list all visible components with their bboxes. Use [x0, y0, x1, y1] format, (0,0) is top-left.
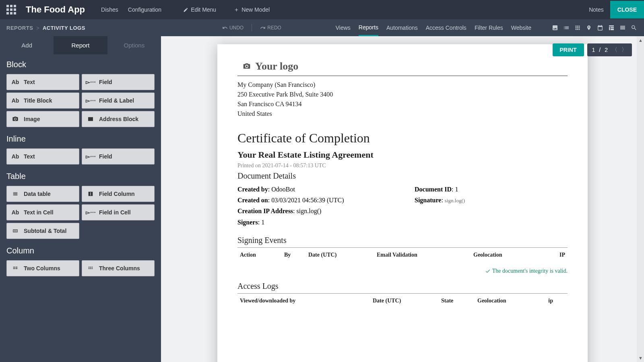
- notes-button[interactable]: Notes: [589, 6, 604, 13]
- nav-edit-menu[interactable]: Edit Menu: [183, 6, 216, 13]
- page-prev-icon[interactable]: 〈: [612, 46, 617, 53]
- view-list-icon[interactable]: [563, 24, 570, 31]
- column-three[interactable]: Three Columns: [82, 260, 155, 276]
- view-activity-icon[interactable]: [619, 24, 626, 31]
- page-next-icon[interactable]: 〉: [621, 46, 627, 53]
- view-calendar-icon[interactable]: [597, 24, 604, 31]
- search-icon[interactable]: [630, 24, 638, 31]
- section-inline-title: Inline: [6, 134, 155, 144]
- scroll-down-icon[interactable]: ▼: [638, 356, 643, 360]
- page-current: 1: [592, 47, 595, 53]
- table-field-column[interactable]: Field Column: [82, 186, 155, 202]
- table-field-cell[interactable]: ▻⋯Field in Cell: [82, 204, 155, 220]
- undo-button[interactable]: UNDO: [222, 25, 244, 31]
- section-column-title: Column: [6, 246, 155, 255]
- plus-icon: [234, 7, 239, 12]
- apps-grid-icon[interactable]: [6, 5, 16, 14]
- section-block-title: Block: [6, 60, 155, 69]
- close-button[interactable]: CLOSE: [610, 1, 644, 19]
- page-total: 2: [605, 47, 608, 53]
- breadcrumb-current: ACTIVITY LOGS: [43, 25, 85, 31]
- document-title: Certificate of Completion: [237, 131, 568, 146]
- table-text-cell[interactable]: AbText in Cell: [6, 204, 79, 220]
- top-navbar: The Food App Dishes Configuration Edit M…: [0, 0, 644, 19]
- scrollbar-track[interactable]: ▲ ▼: [637, 36, 644, 362]
- view-image-icon[interactable]: [551, 24, 559, 31]
- breadcrumb: REPORTS > ACTIVITY LOGS: [6, 25, 85, 31]
- block-address[interactable]: Address Block: [82, 111, 155, 127]
- nav-dishes[interactable]: Dishes: [101, 6, 118, 13]
- side-tab-add[interactable]: Add: [0, 36, 54, 54]
- company-address: My Company (San Francisco) 250 Executive…: [237, 80, 568, 119]
- side-tab-options[interactable]: Options: [107, 36, 161, 54]
- print-button[interactable]: PRINT: [553, 43, 584, 56]
- document-subtitle: Your Real Estate Listing Agreement: [237, 150, 568, 160]
- sub-navbar: REPORTS > ACTIVITY LOGS UNDO REDO Views …: [0, 19, 644, 36]
- logo-placeholder: Your logo: [237, 60, 568, 72]
- redo-button[interactable]: REDO: [260, 25, 281, 31]
- left-sidebar: Add Report Options Block AbText ▻⋯Field …: [0, 36, 161, 362]
- tab-filter-rules[interactable]: Filter Rules: [475, 20, 503, 35]
- tab-reports[interactable]: Reports: [359, 20, 378, 36]
- table-data-table[interactable]: Data table: [6, 186, 79, 202]
- inline-field[interactable]: ▻⋯Field: [82, 148, 155, 165]
- view-pivot-icon[interactable]: [608, 24, 615, 31]
- integrity-status: The document's integrity is valid.: [237, 268, 568, 274]
- nav-new-model[interactable]: New Model: [234, 6, 270, 13]
- scroll-up-icon[interactable]: ▲: [638, 38, 643, 43]
- tab-views[interactable]: Views: [336, 20, 351, 35]
- block-field[interactable]: ▻⋯Field: [82, 74, 155, 90]
- inline-text[interactable]: AbText: [6, 148, 79, 165]
- check-icon: [485, 268, 491, 274]
- section-table-title: Table: [6, 172, 155, 181]
- block-image[interactable]: Image: [6, 111, 79, 127]
- nav-configuration[interactable]: Configuration: [128, 6, 161, 13]
- pager: 1 / 2 〈 〉: [587, 43, 632, 56]
- signing-table-header: Action By Date (UTC) Email Validation Ge…: [237, 250, 568, 260]
- view-map-icon[interactable]: [585, 24, 592, 31]
- redo-icon: [260, 25, 266, 31]
- block-title-block[interactable]: AbTitle Block: [6, 93, 79, 109]
- camera-icon: [242, 62, 251, 70]
- canvas-area: PRINT 1 / 2 〈 〉 ▲ ▼ Your logo My Company…: [161, 36, 644, 362]
- block-text[interactable]: AbText: [6, 74, 79, 90]
- undo-icon: [222, 25, 228, 31]
- breadcrumb-root[interactable]: REPORTS: [6, 25, 33, 31]
- access-table-header: Viewed/downloaded by Date (UTC) State Ge…: [237, 296, 568, 306]
- table-subtotal[interactable]: Subtotal & Total: [6, 223, 79, 239]
- details-header: Document Details: [237, 171, 568, 181]
- tab-access-controls[interactable]: Access Controls: [426, 20, 466, 35]
- tab-automations[interactable]: Automations: [386, 20, 418, 35]
- side-tab-report[interactable]: Report: [54, 36, 107, 54]
- tab-website[interactable]: Website: [511, 20, 531, 35]
- column-two[interactable]: Two Columns: [6, 260, 79, 276]
- block-field-label[interactable]: ▻⋯Field & Label: [82, 93, 155, 109]
- access-logs-header: Access Logs: [237, 282, 568, 291]
- document-page: Your logo My Company (San Francisco) 250…: [217, 44, 588, 362]
- printed-timestamp: Printed on 2021-07-14 - 08:57:13 UTC: [237, 162, 568, 169]
- pencil-icon: [183, 7, 188, 12]
- view-kanban-icon[interactable]: [574, 24, 581, 31]
- app-title: The Food App: [26, 4, 85, 15]
- signing-events-header: Signing Events: [237, 236, 568, 245]
